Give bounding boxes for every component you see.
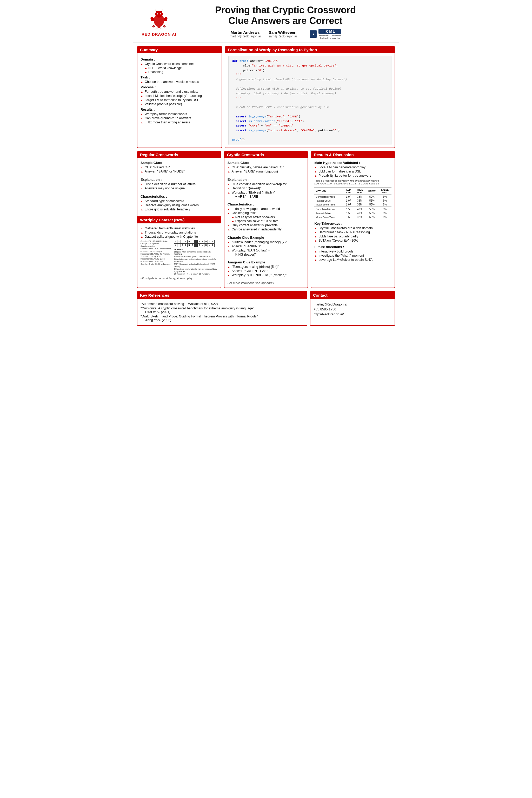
- across-clues: 1 Liqueur when spirit drink's knocked ba…: [174, 251, 218, 275]
- tri-icon: ▲: [228, 249, 230, 252]
- code-block: def proof(answer="CAMERA", clue="arrived…: [228, 56, 392, 145]
- tri-icon: ▲: [140, 63, 143, 65]
- results-b2: ▲ Can prove ground-truth answers ...: [140, 116, 218, 120]
- tri-icon: ▲: [140, 208, 143, 211]
- page-title: Proving that Cryptic Crossword Clue Answ…: [180, 5, 391, 26]
- anagram-b2: ▲ Answer: "GREEN-TEAS": [228, 269, 305, 273]
- logo-text: RED DRAGON AI: [141, 32, 176, 36]
- crossword-grid: M A L A R D H Y P H E L I: [174, 240, 214, 247]
- svg-text:★: ★: [312, 33, 315, 36]
- cell: N: [208, 244, 211, 247]
- cell: N: [188, 244, 191, 247]
- tri-icon: ▲: [314, 259, 317, 261]
- tri-icon: ▲: [228, 187, 230, 190]
- cell: U: [201, 244, 204, 247]
- cell: I: [177, 244, 180, 247]
- wordplay-header: Wordplay Dataset (New): [137, 216, 221, 223]
- cell: A: [184, 240, 187, 243]
- reg-answer: ▲ Answer: "BARE" or "NUDE": [140, 170, 218, 173]
- future-b3: ▲ Leverage LLM+Solver to obtain SoTA: [314, 258, 392, 262]
- char-label: Characteristics :: [140, 194, 218, 198]
- reg-exp2: ▲ Answers may not be unique: [140, 187, 218, 190]
- table-caption: Table 1. Frequency of 'provability' wins…: [314, 179, 392, 186]
- task-bullet: ▲ Choose true answers vs close misses: [140, 80, 218, 84]
- bottom-row: Key References "Automated crossword solv…: [133, 291, 399, 330]
- tri-icon: ▲: [228, 265, 230, 268]
- cell: E: [211, 240, 214, 243]
- anagram-b3: ▲ Wordplay: "(TEENAGERS)* (*mixing)": [228, 273, 305, 277]
- cell: C: [181, 244, 184, 247]
- take-b4: ▲ SoTA on "Cryptonite" <20%: [314, 239, 392, 242]
- regular-header: Regular Crosswords: [137, 151, 221, 158]
- cryptic-char3: ▲ Only correct answer is 'provable': [228, 223, 305, 227]
- contact-phone: +65 8585 1750: [314, 307, 392, 311]
- results-section: Results & Discussion Main Hypotheses Val…: [311, 151, 395, 288]
- author2-email: sam@RedDragon.ai: [269, 35, 297, 38]
- author1-email: martin@RedDragon.ai: [230, 35, 261, 38]
- arrow-icon: ▶: [145, 71, 147, 74]
- tri-icon: ▲: [140, 113, 143, 116]
- tri-icon: ▲: [140, 80, 143, 83]
- tri-icon: ▲: [228, 274, 230, 277]
- arrow-icon: ▶: [232, 216, 234, 219]
- icml-subtitle: International ConferenceOn Machine Learn…: [319, 35, 341, 39]
- cell: E: [184, 244, 187, 247]
- dragon-icon: [147, 7, 171, 31]
- table-row: Completed Proofs 1.0P 38% 59% 3%: [314, 194, 392, 199]
- cell: A: [177, 240, 180, 243]
- tri-icon: ▲: [140, 231, 143, 234]
- tri-icon: ▲: [140, 166, 143, 169]
- results-b3: ▲ ... 8x more than wrong answers: [140, 120, 218, 124]
- author1-name: Martin Andrews: [230, 30, 261, 35]
- cell: P: [205, 240, 208, 243]
- charade-label: Charade Clue Example: [228, 235, 305, 240]
- exp-label: Explanation :: [140, 178, 218, 182]
- tri-icon: ▲: [314, 254, 317, 257]
- tri-icon: ▲: [140, 99, 143, 101]
- task-label: Task :: [140, 75, 218, 79]
- charade-b3: ▲ Wordplay: "BAN (outlaw) +: [228, 249, 305, 252]
- cryptic-sample-label: Sample Clue:: [228, 161, 305, 165]
- tri-icon: ▲: [228, 166, 230, 169]
- arrow-icon: ▶: [232, 220, 234, 223]
- cell: H: [208, 240, 211, 243]
- cryptic-char4: ▲ Can be answered in independently: [228, 228, 305, 231]
- wp-b1: ▲ Gathered from enthusiast websites: [140, 227, 218, 230]
- tri-icon: ▲: [140, 227, 143, 230]
- take-b3: ▲ LLMs fare particularly badly: [314, 234, 392, 238]
- reg-clue: ▲ Clue: "Naked (4)": [140, 166, 218, 169]
- tri-icon: ▲: [140, 117, 143, 120]
- cell: M: [174, 240, 177, 243]
- summary-content: Domain : ▲ Cryptic Crossword clues combi…: [137, 53, 222, 128]
- results-table: Method LLMVer. TruePos Draw FalseNeg Com…: [314, 188, 392, 219]
- domain-bullet: ▲ Cryptic Crossword clues combine:: [140, 62, 218, 66]
- github-link[interactable]: https://github.com/mdda/cryptic-wordplay: [140, 277, 218, 280]
- summary-header: Summary: [137, 46, 222, 53]
- regular-content: Sample Clue: ▲ Clue: "Naked (4)" ▲ Answe…: [137, 158, 221, 214]
- col-draw: Draw: [365, 188, 378, 194]
- cryptic-char-label: Characteristics :: [228, 202, 305, 206]
- contact-website[interactable]: http://RedDragon.ai/: [314, 312, 392, 316]
- key-refs-section: Key References "Automated crossword solv…: [137, 291, 307, 326]
- wordplay-content: ▲ Gathered from enthusiast websites ▲ Th…: [137, 223, 221, 282]
- future-b2: ▲ Investigate the "Ahah!" moment: [314, 254, 392, 258]
- process-b4: ▲ Validate proof (if possible): [140, 102, 218, 106]
- future-label: Future directions :: [314, 245, 392, 249]
- tri-icon: ▲: [228, 270, 230, 272]
- tri-icon: ▲: [228, 170, 230, 173]
- results-b1: ▲ Wordplay formalisation works: [140, 112, 218, 116]
- process-label: Process :: [140, 85, 218, 89]
- tri-icon: ▲: [314, 231, 317, 234]
- svg-point-7: [157, 14, 158, 14]
- key-refs-content: "Automated crossword solving" - Wallace …: [137, 299, 307, 325]
- table-row: Fastest Solve 1.0P 38% 56% 6%: [314, 199, 392, 203]
- process-b2: ▲ Local LM sketches 'wordplay' reasoning: [140, 94, 218, 98]
- future-b1: ▲ Interactively build proofs: [314, 250, 392, 253]
- tri-icon: ▲: [314, 170, 317, 173]
- tri-icon: ▲: [314, 174, 317, 177]
- wp-b2: ▲ Thousands of wordplay annotations: [140, 231, 218, 234]
- top-row: Summary Domain : ▲ Cryptic Crossword clu…: [133, 43, 399, 148]
- cell: E: [211, 244, 214, 247]
- table-row: Mean Solve Time 1.5F 42% 53% 5%: [314, 215, 392, 219]
- hyp-b3: ▲ Provability 8x better for true answers: [314, 174, 392, 177]
